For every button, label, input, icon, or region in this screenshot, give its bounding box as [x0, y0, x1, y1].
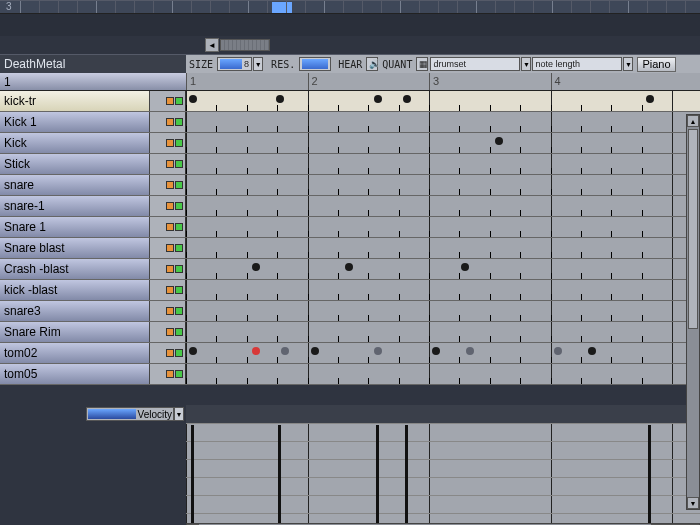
- drum-note[interactable]: [276, 95, 284, 103]
- solo-toggle[interactable]: [175, 286, 183, 294]
- drum-note[interactable]: [495, 137, 503, 145]
- size-field[interactable]: 8: [217, 57, 252, 71]
- drum-row[interactable]: kick-tr: [0, 91, 700, 112]
- scroll-left-btn[interactable]: ◄: [205, 38, 219, 52]
- drum-name[interactable]: Snare 1: [0, 217, 150, 237]
- note-grid[interactable]: [186, 238, 700, 258]
- solo-toggle[interactable]: [175, 349, 183, 357]
- piano-tab[interactable]: Piano: [637, 57, 675, 72]
- drum-row[interactable]: snare: [0, 175, 700, 196]
- solo-toggle[interactable]: [175, 265, 183, 273]
- drum-name[interactable]: Stick: [0, 154, 150, 174]
- drum-note[interactable]: [432, 347, 440, 355]
- solo-toggle[interactable]: [175, 139, 183, 147]
- drum-row[interactable]: Crash -blast: [0, 259, 700, 280]
- drumset-dropdown-btn[interactable]: ▼: [521, 57, 531, 71]
- drum-note[interactable]: [374, 347, 382, 355]
- drum-name[interactable]: Crash -blast: [0, 259, 150, 279]
- mute-toggle[interactable]: [166, 349, 174, 357]
- drum-name[interactable]: tom02: [0, 343, 150, 363]
- mute-toggle[interactable]: [166, 223, 174, 231]
- drum-name[interactable]: snare: [0, 175, 150, 195]
- pattern-index[interactable]: 1: [0, 73, 186, 90]
- solo-toggle[interactable]: [175, 202, 183, 210]
- drum-note[interactable]: [374, 95, 382, 103]
- velocity-lane[interactable]: [186, 423, 700, 523]
- velocity-stick[interactable]: [191, 425, 194, 523]
- drum-name[interactable]: kick-tr: [0, 91, 150, 111]
- drum-name[interactable]: tom05: [0, 364, 150, 384]
- solo-toggle[interactable]: [175, 244, 183, 252]
- drum-note[interactable]: [461, 263, 469, 271]
- drum-name[interactable]: Snare blast: [0, 238, 150, 258]
- mute-toggle[interactable]: [166, 370, 174, 378]
- solo-toggle[interactable]: [175, 328, 183, 336]
- drum-row[interactable]: Snare Rim: [0, 322, 700, 343]
- mute-toggle[interactable]: [166, 286, 174, 294]
- solo-toggle[interactable]: [175, 97, 183, 105]
- scroll-down-icon[interactable]: ▼: [687, 497, 699, 509]
- drumset-dropdown[interactable]: drumset: [430, 57, 520, 71]
- drum-row[interactable]: Kick: [0, 133, 700, 154]
- drum-name[interactable]: Snare Rim: [0, 322, 150, 342]
- mute-toggle[interactable]: [166, 160, 174, 168]
- drum-name[interactable]: snare3: [0, 301, 150, 321]
- note-grid[interactable]: [186, 154, 700, 174]
- drum-row[interactable]: tom02: [0, 343, 700, 364]
- note-grid[interactable]: [186, 280, 700, 300]
- note-grid[interactable]: [186, 175, 700, 195]
- velocity-dropdown[interactable]: ▼: [174, 407, 184, 421]
- note-grid[interactable]: [186, 91, 700, 111]
- playhead-marker[interactable]: [272, 2, 292, 13]
- mute-toggle[interactable]: [166, 307, 174, 315]
- pattern-name[interactable]: DeathMetal: [0, 55, 186, 73]
- note-grid[interactable]: [186, 133, 700, 153]
- drum-note[interactable]: [252, 347, 260, 355]
- mute-toggle[interactable]: [166, 244, 174, 252]
- solo-toggle[interactable]: [175, 223, 183, 231]
- drum-name[interactable]: Kick: [0, 133, 150, 153]
- hear-toggle[interactable]: 🔊: [366, 57, 378, 71]
- note-grid[interactable]: [186, 196, 700, 216]
- note-grid[interactable]: [186, 301, 700, 321]
- beat-ruler[interactable]: 1234: [186, 73, 700, 90]
- mute-toggle[interactable]: [166, 181, 174, 189]
- velocity-stick[interactable]: [648, 425, 651, 523]
- v-scrollbar[interactable]: ▲ ▼: [686, 114, 700, 510]
- note-grid[interactable]: [186, 259, 700, 279]
- drum-row[interactable]: snare3: [0, 301, 700, 322]
- drum-row[interactable]: kick -blast: [0, 280, 700, 301]
- drum-note[interactable]: [554, 347, 562, 355]
- note-grid[interactable]: [186, 364, 700, 384]
- mute-toggle[interactable]: [166, 97, 174, 105]
- mute-toggle[interactable]: [166, 139, 174, 147]
- drum-row[interactable]: Snare blast: [0, 238, 700, 259]
- mute-toggle[interactable]: [166, 265, 174, 273]
- notelength-dropdown[interactable]: note length: [532, 57, 622, 71]
- drum-note[interactable]: [646, 95, 654, 103]
- solo-toggle[interactable]: [175, 181, 183, 189]
- drum-note[interactable]: [345, 263, 353, 271]
- quant-toggle[interactable]: ▦: [416, 57, 428, 71]
- notelength-dropdown-btn[interactable]: ▼: [623, 57, 633, 71]
- solo-toggle[interactable]: [175, 370, 183, 378]
- solo-toggle[interactable]: [175, 118, 183, 126]
- velocity-stick[interactable]: [278, 425, 281, 523]
- note-grid[interactable]: [186, 112, 700, 132]
- drum-name[interactable]: snare-1: [0, 196, 150, 216]
- solo-toggle[interactable]: [175, 307, 183, 315]
- drum-name[interactable]: kick -blast: [0, 280, 150, 300]
- drum-row[interactable]: Stick: [0, 154, 700, 175]
- velocity-stick[interactable]: [405, 425, 408, 523]
- mute-toggle[interactable]: [166, 118, 174, 126]
- velocity-selector[interactable]: Velocity: [86, 407, 174, 421]
- note-grid[interactable]: [186, 343, 700, 363]
- drum-note[interactable]: [588, 347, 596, 355]
- drum-note[interactable]: [252, 263, 260, 271]
- drum-name[interactable]: Kick 1: [0, 112, 150, 132]
- drum-note[interactable]: [311, 347, 319, 355]
- drum-row[interactable]: Kick 1: [0, 112, 700, 133]
- drum-note[interactable]: [281, 347, 289, 355]
- drum-row[interactable]: Snare 1: [0, 217, 700, 238]
- timeline-ruler-top[interactable]: 3: [0, 0, 700, 14]
